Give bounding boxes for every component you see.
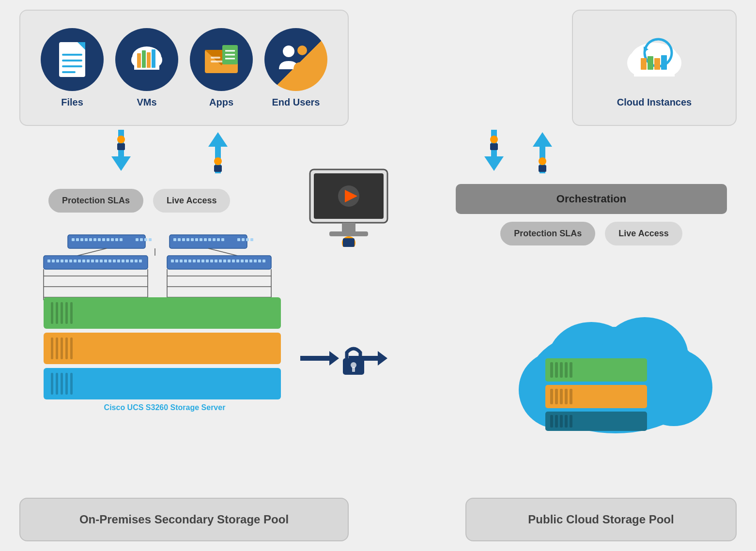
svg-rect-118	[171, 260, 174, 262]
svg-rect-173	[550, 415, 553, 428]
svg-marker-42	[484, 156, 504, 171]
files-label: Files	[61, 97, 83, 108]
monitor-svg	[300, 165, 397, 247]
arrow-up-left-svg	[208, 130, 228, 173]
vms-label: VMs	[137, 97, 156, 108]
svg-rect-59	[72, 238, 75, 241]
svg-rect-164	[565, 362, 568, 378]
cloud-instances-label: Cloud Instances	[617, 97, 692, 108]
left-pills-row: Protection SLAs Live Access	[48, 189, 230, 213]
svg-rect-13	[152, 49, 155, 68]
svg-line-91	[77, 248, 107, 256]
svg-rect-101	[69, 260, 72, 262]
svg-rect-73	[144, 238, 147, 241]
svg-point-35	[117, 136, 125, 143]
bar-line	[70, 373, 73, 395]
bar-line	[56, 373, 58, 395]
svg-rect-135	[245, 260, 248, 262]
bar-line	[61, 302, 63, 324]
top-left-sources-box: Files VMs	[19, 10, 349, 126]
svg-rect-64	[93, 238, 96, 241]
svg-rect-44	[490, 143, 498, 150]
svg-rect-103	[78, 260, 81, 262]
svg-rect-67	[107, 238, 109, 241]
bar-line	[70, 337, 73, 359]
svg-rect-80	[195, 238, 198, 241]
orchestration-pill: Orchestration	[456, 184, 727, 214]
svg-rect-102	[74, 260, 77, 262]
bar-lines-orange	[51, 337, 73, 359]
files-icon-circle	[41, 28, 104, 91]
protection-slas-pill-left: Protection SLAs	[48, 189, 143, 213]
svg-rect-130	[223, 260, 226, 262]
bar-lines-green	[51, 302, 73, 324]
end-users-item: End Users	[264, 28, 327, 108]
right-pills-row: Protection SLAs Live Access	[500, 222, 682, 245]
svg-line-92	[208, 248, 237, 256]
svg-rect-134	[241, 260, 244, 262]
arrow-down-right-svg	[484, 130, 504, 173]
right-controls: Orchestration Protection SLAs Live Acces…	[446, 184, 737, 245]
svg-rect-119	[175, 260, 178, 262]
svg-rect-126	[206, 260, 209, 262]
svg-rect-105	[87, 260, 90, 262]
svg-rect-16	[211, 57, 220, 59]
live-access-pill-left: Live Access	[153, 189, 230, 213]
svg-rect-56	[343, 238, 355, 247]
svg-rect-125	[201, 260, 204, 262]
svg-rect-40	[214, 165, 222, 172]
svg-rect-98	[56, 260, 59, 262]
svg-rect-129	[219, 260, 222, 262]
svg-point-39	[214, 157, 222, 165]
bar-line	[65, 373, 68, 395]
svg-rect-133	[236, 260, 239, 262]
bar-line	[51, 337, 53, 359]
svg-rect-32	[661, 55, 667, 70]
svg-rect-124	[197, 260, 200, 262]
cloud-pool-svg	[470, 283, 732, 443]
storage-bar-green	[44, 297, 281, 329]
arrow-up-right	[533, 130, 552, 173]
svg-rect-174	[555, 415, 558, 428]
vms-item: VMs	[115, 28, 178, 108]
svg-rect-137	[254, 260, 257, 262]
svg-rect-131	[228, 260, 231, 262]
svg-rect-61	[80, 238, 83, 241]
files-item: Files	[41, 28, 104, 108]
svg-rect-169	[560, 389, 563, 404]
svg-rect-70	[120, 238, 123, 241]
svg-rect-72	[140, 238, 143, 241]
svg-rect-177	[570, 415, 572, 428]
svg-rect-161	[550, 362, 553, 378]
svg-rect-68	[111, 238, 114, 241]
live-access-pill-right: Live Access	[605, 222, 682, 245]
svg-rect-12	[147, 52, 151, 68]
end-users-svg	[274, 38, 318, 81]
svg-rect-112	[117, 260, 120, 262]
arrow-down-right	[484, 130, 504, 173]
protection-slas-pill-right: Protection SLAs	[500, 222, 595, 245]
monitor-section	[300, 165, 397, 247]
arrow-up-right-svg	[533, 130, 552, 173]
svg-rect-163	[560, 362, 563, 378]
svg-rect-89	[246, 238, 249, 241]
svg-rect-123	[193, 260, 196, 262]
svg-rect-69	[115, 238, 118, 241]
storage-bars	[29, 297, 300, 399]
storage-bar-green-row	[44, 297, 286, 329]
svg-marker-150	[300, 351, 339, 366]
bar-line	[51, 373, 53, 395]
svg-rect-136	[249, 260, 252, 262]
lock-section	[300, 334, 407, 383]
svg-rect-115	[130, 260, 133, 262]
svg-marker-34	[111, 156, 131, 171]
cloud-instances-icon	[616, 28, 693, 91]
svg-rect-75	[173, 238, 176, 241]
svg-rect-83	[208, 238, 211, 241]
storage-server-section: Cisco UCS S3260 Storage Server	[29, 232, 300, 412]
svg-rect-71	[136, 238, 139, 241]
svg-rect-168	[555, 389, 558, 404]
svg-rect-170	[565, 389, 568, 404]
svg-rect-176	[565, 415, 568, 428]
svg-rect-120	[180, 260, 183, 262]
